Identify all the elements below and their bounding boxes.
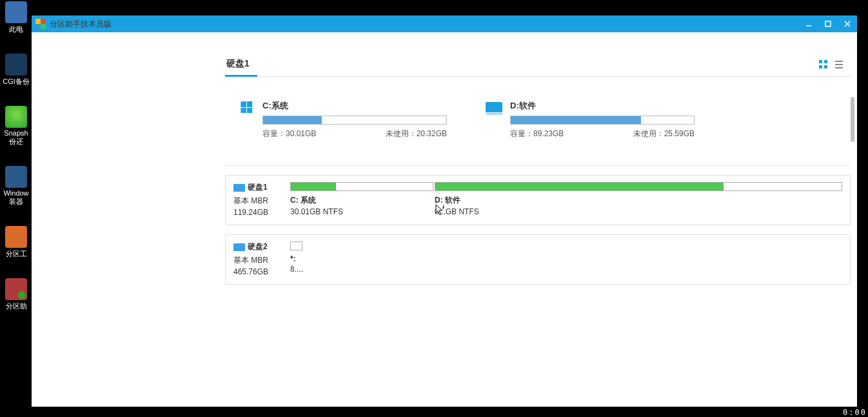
partition-name: D:软件 [510, 100, 695, 112]
partition-assistant-icon [5, 278, 27, 300]
partition-name: C:系统 [262, 100, 447, 112]
segment-d[interactable] [435, 182, 842, 191]
disk-info: 硬盘2 基本 MBR 465.76GB [233, 241, 281, 278]
usage-fill [263, 116, 322, 124]
content-area: 硬盘1 C:系统 容量：30.01GB 未使用：20.32G [32, 32, 857, 407]
capacity-label: 容量：30.01GB [262, 128, 316, 139]
disk-type: 基本 MBR [233, 255, 281, 266]
scrollbar[interactable] [851, 97, 854, 142]
minimize-button[interactable] [799, 15, 818, 32]
windows-icon [238, 100, 255, 114]
desktop-label: Snapsh 份还 [4, 129, 28, 147]
usage-bar [262, 116, 447, 125]
app-logo-icon [35, 19, 46, 29]
windows-installer-icon [5, 166, 27, 188]
close-button[interactable] [838, 15, 857, 32]
usage-bar [510, 116, 695, 125]
backup-icon [5, 54, 27, 76]
desktop-icon-this-pc[interactable]: 此电 [0, 1, 32, 34]
desktop: 此电 CGI备份 Snapsh 份还 Window 装器 分区工 分区助 [0, 0, 32, 417]
segment-unknown[interactable] [290, 241, 302, 250]
disk-size: 465.76GB [233, 267, 281, 276]
disk-row-1[interactable]: 硬盘1 基本 MBR 119.24GB C: 系统 30.01GB NTFS D… [225, 175, 851, 225]
disk-row-2[interactable]: 硬盘2 基本 MBR 465.76GB *: 8.... [225, 234, 851, 285]
maximize-button[interactable] [818, 15, 838, 32]
disk-tool-icon [5, 226, 27, 248]
taskbar-clock: 0:00 [843, 408, 867, 417]
drive-icon [233, 184, 245, 192]
desktop-label: CGI备份 [3, 77, 30, 86]
svg-rect-7 [824, 65, 827, 68]
partition-card-d[interactable]: D:软件 容量：89.23GB 未使用：25.59GB [486, 100, 695, 139]
view-grid-icon[interactable] [818, 59, 829, 70]
app-window: 分区助手技术员版 硬盘1 C:系统 [32, 15, 857, 407]
capacity-label: 容量：89.23GB [510, 128, 564, 139]
segment-label: C: 系统 30.01GB NTFS [290, 195, 433, 216]
desktop-icon-snapshot[interactable]: Snapsh 份还 [0, 106, 32, 147]
section-header: 硬盘1 [225, 58, 851, 77]
section-title: 硬盘1 [225, 58, 257, 77]
svg-rect-6 [819, 65, 822, 68]
disk-segments: C: 系统 30.01GB NTFS D: 软件 8...GB NTFS [290, 182, 842, 216]
desktop-label: 分区工 [6, 249, 27, 259]
usage-fill [511, 116, 641, 124]
svg-rect-5 [824, 60, 827, 63]
disk-name: 硬盘2 [248, 241, 268, 252]
segment-label: *: 8.... [290, 254, 303, 274]
desktop-label: Window 装器 [3, 189, 28, 207]
disk-segments: *: 8.... [290, 241, 842, 274]
unused-label: 未使用：25.59GB [633, 128, 695, 139]
svg-rect-4 [819, 60, 822, 63]
separator [225, 165, 851, 166]
desktop-label: 此电 [9, 25, 23, 34]
unused-label: 未使用：20.32GB [386, 128, 447, 139]
disk-type: 基本 MBR [233, 196, 281, 207]
desktop-icon-partition-tool[interactable]: 分区工 [0, 226, 32, 259]
segment-c[interactable] [290, 182, 433, 191]
titlebar[interactable]: 分区助手技术员版 [32, 15, 857, 32]
window-title: 分区助手技术员版 [50, 19, 112, 30]
view-list-icon[interactable] [834, 59, 844, 70]
disk-name: 硬盘1 [248, 182, 268, 193]
desktop-icon-partition-assistant[interactable]: 分区助 [0, 278, 32, 311]
drive-icon [486, 100, 502, 114]
pc-icon [5, 1, 27, 23]
disk-info: 硬盘1 基本 MBR 119.24GB [233, 182, 281, 218]
drive-icon [233, 243, 245, 251]
segment-label: D: 软件 8...GB NTFS [435, 195, 842, 216]
partition-cards: C:系统 容量：30.01GB 未使用：20.32GB D:软件 容量：89.2… [225, 100, 851, 139]
disk-size: 119.24GB [233, 208, 281, 217]
partition-card-c[interactable]: C:系统 容量：30.01GB 未使用：20.32GB [238, 100, 447, 139]
desktop-label: 分区助 [6, 301, 27, 311]
svg-rect-1 [825, 21, 831, 26]
snapshot-icon [5, 106, 27, 128]
desktop-icon-cgi-backup[interactable]: CGI备份 [0, 54, 32, 86]
desktop-icon-windows-installer[interactable]: Window 装器 [0, 166, 32, 207]
